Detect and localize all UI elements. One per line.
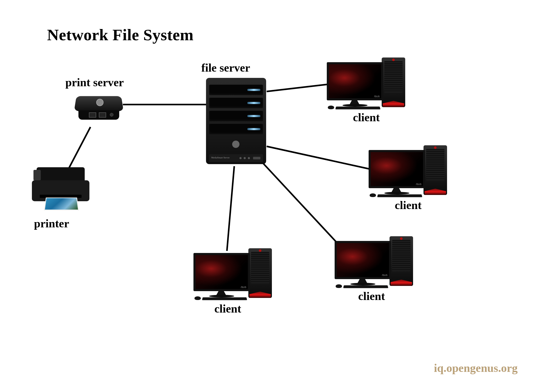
client4-icon: /SUS [193,248,272,301]
diagram-title: Network File System [47,26,193,44]
client3-label: client [358,290,385,303]
watermark: iq.opengenus.org [434,361,518,375]
printserver-label: print server [65,76,124,89]
diagram-canvas: Network File System print server [0,0,549,392]
edge-fileserver-client4 [227,166,234,251]
printserver-icon [73,94,125,123]
edge-printer-printserver [67,127,90,171]
edge-fileserver-client1 [267,84,329,91]
fileserver-label: file server [201,61,250,74]
client2-icon: /SUS [369,145,447,198]
client4-label: client [214,302,241,315]
edge-fileserver-client2 [267,146,371,169]
client1-label: client [353,111,380,124]
edge-fileserver-client3 [261,162,345,251]
client1-icon: /SUS [327,57,405,110]
client3-icon: /SUS [335,236,413,289]
printer-label: printer [34,217,69,230]
fileserver-icon: MediaSmart Server [206,78,266,164]
printer-icon [32,167,89,209]
client2-label: client [395,199,422,212]
